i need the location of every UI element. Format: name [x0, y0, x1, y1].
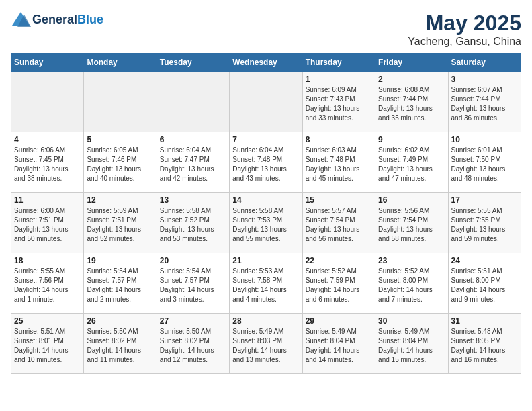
day-number: 8	[306, 135, 372, 144]
calendar-cell	[157, 72, 229, 132]
day-info: Sunrise: 6:02 AM Sunset: 7:49 PM Dayligh…	[378, 146, 445, 183]
day-number: 26	[87, 316, 153, 326]
calendar-cell: 25Sunrise: 5:51 AM Sunset: 8:01 PM Dayli…	[11, 314, 84, 374]
weekday-header-wednesday: Wednesday	[230, 54, 302, 72]
day-info: Sunrise: 5:49 AM Sunset: 8:04 PM Dayligh…	[306, 327, 372, 365]
day-info: Sunrise: 5:51 AM Sunset: 8:00 PM Dayligh…	[451, 267, 518, 304]
day-info: Sunrise: 6:04 AM Sunset: 7:47 PM Dayligh…	[160, 146, 226, 183]
calendar-cell	[84, 72, 157, 132]
title-block: May 2025 Yacheng, Gansu, China	[408, 11, 521, 48]
day-info: Sunrise: 5:52 AM Sunset: 8:00 PM Dayligh…	[378, 267, 445, 304]
weekday-header-thursday: Thursday	[302, 54, 375, 72]
calendar-cell: 17Sunrise: 5:55 AM Sunset: 7:55 PM Dayli…	[448, 193, 521, 253]
main-title: May 2025	[408, 11, 521, 36]
logo-icon	[11, 11, 31, 30]
calendar-cell: 10Sunrise: 6:01 AM Sunset: 7:50 PM Dayli…	[448, 132, 521, 193]
calendar-cell: 12Sunrise: 5:59 AM Sunset: 7:51 PM Dayli…	[84, 193, 157, 253]
calendar-cell: 20Sunrise: 5:54 AM Sunset: 7:57 PM Dayli…	[157, 253, 229, 314]
weekday-row: SundayMondayTuesdayWednesdayThursdayFrid…	[11, 54, 521, 72]
day-number: 22	[306, 256, 372, 265]
day-number: 12	[87, 195, 153, 205]
calendar-cell: 24Sunrise: 5:51 AM Sunset: 8:00 PM Dayli…	[448, 253, 521, 314]
day-info: Sunrise: 5:58 AM Sunset: 7:53 PM Dayligh…	[232, 206, 299, 244]
day-info: Sunrise: 6:09 AM Sunset: 7:43 PM Dayligh…	[306, 85, 372, 123]
day-info: Sunrise: 5:50 AM Sunset: 8:02 PM Dayligh…	[87, 327, 153, 365]
calendar-cell: 27Sunrise: 5:50 AM Sunset: 8:02 PM Dayli…	[157, 314, 229, 374]
calendar-cell: 16Sunrise: 5:56 AM Sunset: 7:54 PM Dayli…	[375, 193, 448, 253]
calendar-cell: 21Sunrise: 5:53 AM Sunset: 7:58 PM Dayli…	[230, 253, 302, 314]
calendar-table: SundayMondayTuesdayWednesdayThursdayFrid…	[11, 53, 521, 374]
calendar-cell: 8Sunrise: 6:03 AM Sunset: 7:48 PM Daylig…	[302, 132, 375, 193]
calendar-week-3: 11Sunrise: 6:00 AM Sunset: 7:51 PM Dayli…	[11, 193, 521, 253]
calendar-cell	[230, 72, 302, 132]
day-info: Sunrise: 5:54 AM Sunset: 7:57 PM Dayligh…	[87, 267, 153, 304]
day-number: 5	[87, 135, 153, 144]
calendar-cell: 22Sunrise: 5:52 AM Sunset: 7:59 PM Dayli…	[302, 253, 375, 314]
day-number: 21	[232, 256, 299, 265]
day-number: 14	[232, 195, 299, 205]
day-number: 15	[306, 195, 372, 205]
calendar-week-2: 4Sunrise: 6:06 AM Sunset: 7:45 PM Daylig…	[11, 132, 521, 193]
day-number: 28	[232, 316, 299, 326]
day-number: 7	[232, 135, 299, 144]
logo-blue: Blue	[77, 13, 103, 26]
day-number: 19	[87, 256, 153, 265]
day-number: 11	[14, 195, 81, 205]
calendar-cell: 31Sunrise: 5:48 AM Sunset: 8:05 PM Dayli…	[448, 314, 521, 374]
day-info: Sunrise: 5:53 AM Sunset: 7:58 PM Dayligh…	[232, 267, 299, 304]
day-number: 6	[160, 135, 226, 144]
calendar-cell: 18Sunrise: 5:55 AM Sunset: 7:56 PM Dayli…	[11, 253, 84, 314]
calendar-week-4: 18Sunrise: 5:55 AM Sunset: 7:56 PM Dayli…	[11, 253, 521, 314]
calendar-cell: 2Sunrise: 6:08 AM Sunset: 7:44 PM Daylig…	[375, 72, 448, 132]
day-info: Sunrise: 6:00 AM Sunset: 7:51 PM Dayligh…	[14, 206, 81, 244]
day-number: 9	[378, 135, 445, 144]
day-number: 13	[160, 195, 226, 205]
day-number: 24	[451, 256, 518, 265]
calendar-cell: 26Sunrise: 5:50 AM Sunset: 8:02 PM Dayli…	[84, 314, 157, 374]
day-info: Sunrise: 5:50 AM Sunset: 8:02 PM Dayligh…	[160, 327, 226, 365]
calendar-cell: 28Sunrise: 5:49 AM Sunset: 8:03 PM Dayli…	[230, 314, 302, 374]
day-info: Sunrise: 6:05 AM Sunset: 7:46 PM Dayligh…	[87, 146, 153, 183]
weekday-header-sunday: Sunday	[11, 54, 84, 72]
day-info: Sunrise: 6:08 AM Sunset: 7:44 PM Dayligh…	[378, 85, 445, 123]
calendar-cell: 5Sunrise: 6:05 AM Sunset: 7:46 PM Daylig…	[84, 132, 157, 193]
calendar-cell: 9Sunrise: 6:02 AM Sunset: 7:49 PM Daylig…	[375, 132, 448, 193]
calendar-cell: 15Sunrise: 5:57 AM Sunset: 7:54 PM Dayli…	[302, 193, 375, 253]
calendar-cell: 14Sunrise: 5:58 AM Sunset: 7:53 PM Dayli…	[230, 193, 302, 253]
calendar-cell: 19Sunrise: 5:54 AM Sunset: 7:57 PM Dayli…	[84, 253, 157, 314]
day-number: 16	[378, 195, 445, 205]
day-info: Sunrise: 5:55 AM Sunset: 7:55 PM Dayligh…	[451, 206, 518, 244]
day-number: 23	[378, 256, 445, 265]
day-info: Sunrise: 5:48 AM Sunset: 8:05 PM Dayligh…	[451, 327, 518, 365]
calendar-cell: 4Sunrise: 6:06 AM Sunset: 7:45 PM Daylig…	[11, 132, 84, 193]
calendar-header: SundayMondayTuesdayWednesdayThursdayFrid…	[11, 54, 521, 72]
day-number: 31	[451, 316, 518, 326]
day-number: 29	[306, 316, 372, 326]
subtitle: Yacheng, Gansu, China	[408, 36, 521, 48]
calendar-week-1: 1Sunrise: 6:09 AM Sunset: 7:43 PM Daylig…	[11, 72, 521, 132]
page-header: GeneralBlue May 2025 Yacheng, Gansu, Chi…	[11, 11, 521, 48]
day-info: Sunrise: 5:58 AM Sunset: 7:52 PM Dayligh…	[160, 206, 226, 244]
calendar-body: 1Sunrise: 6:09 AM Sunset: 7:43 PM Daylig…	[11, 72, 521, 374]
logo-general: General	[32, 13, 77, 26]
day-info: Sunrise: 5:59 AM Sunset: 7:51 PM Dayligh…	[87, 206, 153, 244]
day-info: Sunrise: 5:55 AM Sunset: 7:56 PM Dayligh…	[14, 267, 81, 304]
day-number: 3	[451, 75, 518, 84]
day-info: Sunrise: 6:04 AM Sunset: 7:48 PM Dayligh…	[232, 146, 299, 183]
weekday-header-saturday: Saturday	[448, 54, 521, 72]
day-number: 2	[378, 75, 445, 84]
day-info: Sunrise: 5:52 AM Sunset: 7:59 PM Dayligh…	[306, 267, 372, 304]
calendar-cell: 1Sunrise: 6:09 AM Sunset: 7:43 PM Daylig…	[302, 72, 375, 132]
day-number: 20	[160, 256, 226, 265]
calendar-cell: 13Sunrise: 5:58 AM Sunset: 7:52 PM Dayli…	[157, 193, 229, 253]
day-info: Sunrise: 5:51 AM Sunset: 8:01 PM Dayligh…	[14, 327, 81, 365]
day-info: Sunrise: 5:54 AM Sunset: 7:57 PM Dayligh…	[160, 267, 226, 304]
day-info: Sunrise: 6:07 AM Sunset: 7:44 PM Dayligh…	[451, 85, 518, 123]
day-info: Sunrise: 5:57 AM Sunset: 7:54 PM Dayligh…	[306, 206, 372, 244]
day-info: Sunrise: 5:56 AM Sunset: 7:54 PM Dayligh…	[378, 206, 445, 244]
calendar-cell: 29Sunrise: 5:49 AM Sunset: 8:04 PM Dayli…	[302, 314, 375, 374]
calendar-cell: 23Sunrise: 5:52 AM Sunset: 8:00 PM Dayli…	[375, 253, 448, 314]
calendar-cell	[11, 72, 84, 132]
day-info: Sunrise: 6:03 AM Sunset: 7:48 PM Dayligh…	[306, 146, 372, 183]
calendar-cell: 11Sunrise: 6:00 AM Sunset: 7:51 PM Dayli…	[11, 193, 84, 253]
